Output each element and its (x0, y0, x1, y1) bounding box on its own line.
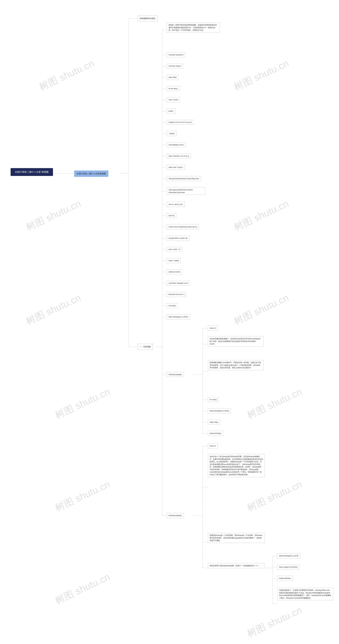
leaf[interactable]: int main() (208, 397, 218, 402)
leaf-text: void Date::display() const (168, 282, 188, 284)
leaf-text: 再假设有两个初始化的Date变量，把其中一个的值赋值给另一个： (210, 565, 260, 567)
leaf-text: static char *mos[] = (168, 166, 183, 168)
leaf[interactable]: mo=m; da=d; yr=y; (167, 202, 185, 207)
leaf[interactable]: 析构函数在删除month指针时，可能会出现一些问题。当然从这个程序本身来看，没什… (208, 360, 264, 370)
watermark: 树图 shutu.cn (53, 570, 112, 607)
watermark: 树图 shutu.cn (245, 478, 304, 514)
leaf[interactable]: char *month; (167, 97, 180, 102)
leaf[interactable]: 在Date对象的构造函数中，首先用new运算符为字符串month动态分配了内存，… (208, 336, 264, 346)
mindmap-canvas: 全国计算机二级C++之析 构函数 全国计算机二级C++之析构函数 析构函数和th… (0, 0, 339, 644)
leaf-text: 这会生成一个名为today的空的Date型变量，并且把birthday值赋给它。… (210, 456, 263, 476)
leaf[interactable]: Date::~Date() (167, 258, 180, 263)
leaf[interactable]: void display() const; (167, 142, 186, 147)
watermark: 树图 shutu.cn (245, 385, 304, 422)
leaf-text: Date today(12,29,2003); (279, 566, 298, 568)
leaf[interactable]: if(month!=0) cout<< } (167, 292, 186, 297)
leaf-text: class Date (168, 76, 177, 78)
leaf-text: return 0; (210, 445, 216, 447)
leaf-text: int mo,da,yr; (168, 88, 178, 90)
leaf-text: mo=m; da=d; yr=y; (168, 203, 183, 205)
leaf-text: public: (168, 110, 174, 112)
leaf-text: int main() (168, 304, 176, 306)
root-label: 全国计算机二级C++之析 构函数 (15, 171, 48, 173)
leaf-birthday-display-1[interactable]: birthday.display(); (167, 372, 184, 377)
leaf-text: void display() const; (168, 144, 184, 146)
leaf-text: 前面的一些例子都没有说明析构函数，这是因为所用到的类在结束时不需要做特别的清理工… (168, 24, 217, 31)
leaf[interactable]: return 0; (208, 326, 218, 331)
leaf[interactable]: Date today(12,29,2003); (278, 564, 300, 570)
leaf[interactable]: Date(int m=0, int d=0, int y=0); (167, 120, 194, 125)
leaf-nested-parent[interactable]: 再假设有两个初始化的Date变量，把其中一个的值赋值给另一个： (208, 563, 265, 568)
leaf-text: July,August,September,October, November,… (168, 189, 193, 194)
leaf-text: January,February,March,April,May,June, (168, 178, 199, 180)
leaf-text: #include iostream.h (168, 54, 184, 56)
leaf[interactable]: if(m!=0) (167, 213, 176, 218)
watermark: 树图 shutu.cn (232, 197, 291, 234)
leaf-birthday-display-2[interactable]: birthday.display(); (167, 513, 184, 518)
connectors (0, 0, 339, 644)
leaf[interactable]: Date birthday(8,11,1979); (167, 314, 190, 320)
leaf[interactable]: January,February,March,April,May,June, (167, 176, 201, 181)
leaf-text: 析构函数在删除month指针时，可能会出现一些问题。当然从这个程序本身来看，没什… (210, 362, 261, 369)
leaf-text: Date::Date(int m,int d,int y) (168, 155, 189, 157)
leaf[interactable]: static char *mos[] = (167, 165, 185, 170)
leaf[interactable]: month=new char[strlen(mos[m-1])+1]; (167, 224, 199, 230)
leaf-text: Date birthday(8,11,1979); (168, 316, 188, 318)
watermark: 树图 shutu.cn (232, 57, 291, 94)
leaf-text: birthday.display(); (168, 374, 182, 376)
watermark: 树图 shutu.cn (232, 291, 291, 328)
section-b[interactable]: 一、析构函数 (138, 344, 153, 350)
leaf[interactable]: Date::Date(int m,int d,int y) (167, 154, 191, 158)
leaf[interactable]: Date today; (208, 420, 220, 425)
leaf[interactable]: Date birthday(8,11,1979); (208, 408, 231, 414)
leaf-text: else month = 0; (168, 248, 180, 250)
leaf[interactable]: 这会生成一个名为today的空的Date型变量，并且把birthday值赋给它。… (208, 454, 265, 477)
leaf-text: today=birthday; (210, 432, 222, 434)
leaf-text: if(month!=0) cout<< } (168, 293, 184, 295)
watermark: 树图 shutu.cn (245, 604, 304, 640)
leaf-text: 在Date对象的构造函数中，首先用new运算符为字符串month动态分配了内存，… (210, 338, 261, 345)
leaf-text: strcpy(month, mos[m-1]); (168, 237, 188, 239)
leaf[interactable]: int mo,da,yr; (167, 86, 180, 91)
watermark: 树图 shutu.cn (24, 291, 83, 328)
leaf-text: month=new char[strlen(mos[m-1])+1]; (168, 226, 197, 228)
leaf[interactable]: ~Date(); (167, 131, 176, 136)
leaf-text: Date today; (210, 421, 218, 423)
leaf[interactable]: int main() (167, 303, 178, 308)
watermark: 树图 shutu.cn (53, 385, 112, 422)
leaf-text: today=birthday; (279, 577, 291, 579)
leaf-text: birthday.display(); (168, 514, 182, 516)
leaf[interactable]: 如果假设today是一个外部变量，而birthday是一个自变量。当birthd… (208, 533, 265, 543)
leaf[interactable]: Date birthday(8,11,1979); (278, 553, 300, 558)
watermark: 树图 shutu.cn (53, 478, 112, 514)
leaf-text: if(m!=0) (168, 214, 174, 216)
section-b-label: 一、析构函数 (140, 346, 151, 348)
leaf[interactable]: void Date::display() const (167, 281, 190, 286)
leaf[interactable]: delete [] month; (167, 270, 182, 274)
leaf[interactable]: strcpy(month, mos[m-1]); (167, 236, 189, 241)
leaf-text: 问题就更复杂了，当这两个变量离开作用域时，birthday中的month的值已经… (279, 589, 331, 599)
leaf-text: delete [] month; (168, 271, 180, 273)
leaf[interactable]: 问题就更复杂了，当这两个变量离开作用域时，birthday中的month的值已经… (278, 588, 333, 600)
leaf-text: 如果假设today是一个外部变量，而birthday是一个自变量。当birthd… (210, 534, 262, 542)
leaf[interactable]: public: (167, 108, 175, 114)
leaf[interactable]: else month = 0; (167, 247, 182, 252)
leaf-text: ~Date(); (168, 132, 175, 134)
leaf-text: Date::~Date() (168, 260, 179, 262)
sub-label: 全国计算机二级C++之析构函数 (76, 172, 106, 175)
watermark: 树图 shutu.cn (37, 57, 96, 94)
leaf[interactable]: #include iostream.h (167, 52, 185, 57)
leaf[interactable]: July,August,September,October, November,… (167, 187, 205, 195)
leaf[interactable]: 前面的一些例子都没有说明析构函数，这是因为所用到的类在结束时不需要做特别的清理工… (167, 22, 220, 33)
leaf[interactable]: return 0; (208, 444, 218, 448)
leaf[interactable]: class Date (167, 75, 178, 80)
section-a[interactable]: 析构函数和this指针 (138, 16, 158, 21)
leaf-text: int main() (210, 398, 217, 400)
leaf[interactable]: today=birthday; (278, 576, 293, 581)
leaf[interactable]: today=birthday; (208, 431, 223, 436)
leaf[interactable]: #include string.h (167, 64, 183, 68)
leaf-text: #include string.h (168, 65, 181, 67)
sub-node[interactable]: 全国计算机二级C++之析构函数 (74, 170, 108, 177)
leaf-text: return 0; (210, 327, 216, 329)
root-node[interactable]: 全国计算机二级C++之析 构函数 (10, 168, 53, 176)
